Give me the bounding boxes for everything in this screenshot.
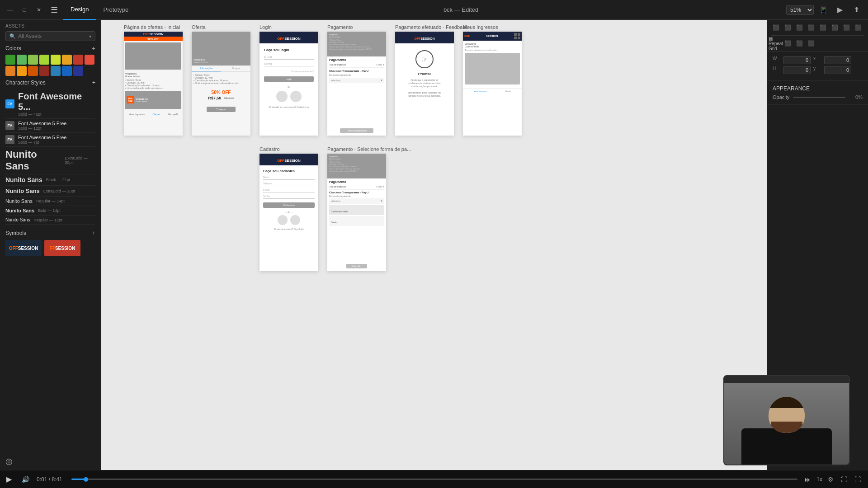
- close-button[interactable]: ✕: [33, 4, 45, 16]
- char-style-nunito-2[interactable]: Nunito Sans Black — 21pt: [5, 174, 95, 186]
- artboard-7[interactable]: OFFSESSION Faça seu cadastro Nome Telefo…: [259, 154, 318, 271]
- h-input[interactable]: [783, 66, 811, 74]
- search-icon: 🔍: [9, 33, 16, 39]
- align-middle-v-icon[interactable]: ⬛: [818, 23, 828, 33]
- add-symbol-button[interactable]: +: [92, 230, 95, 236]
- artboard-group-3: Login OFFSESSION Faça seu login E-mail S…: [259, 24, 318, 136]
- webcam-overlay: [723, 375, 850, 465]
- skip-forward-icon[interactable]: ⏭: [803, 476, 813, 483]
- symbols-header: Symbols +: [5, 230, 95, 236]
- font-awesome-name: Font Awesome 5...: [18, 91, 95, 112]
- swatch-13[interactable]: [51, 66, 61, 76]
- x-label: x: [813, 56, 821, 64]
- zoom-icon[interactable]: ⬛: [794, 38, 804, 48]
- left-sidebar: ASSETS 🔍 ▾ Colors +: [0, 20, 101, 470]
- grid-icon[interactable]: ▦ Repeat Grid: [771, 38, 781, 48]
- artboard-3[interactable]: OFFSESSION Faça seu login E-mail Senha E…: [259, 32, 318, 136]
- play-button[interactable]: ▶: [0, 470, 18, 488]
- opacity-slider[interactable]: [793, 97, 845, 98]
- swatch-12[interactable]: [39, 66, 49, 76]
- char-style-font-awesome-free-2[interactable]: FA Font Awesome 5 Free Solid — 7pt: [5, 133, 95, 147]
- swatch-6[interactable]: [62, 55, 72, 65]
- tab-prototype[interactable]: Prototype: [96, 0, 136, 20]
- artboard-2[interactable]: Vingadores Guerra Infinita Informações S…: [192, 32, 250, 136]
- align-center-h-icon[interactable]: ⬛: [783, 23, 793, 33]
- device-icon[interactable]: 📱: [817, 4, 830, 16]
- align-top-icon[interactable]: ⬛: [806, 23, 816, 33]
- x-input[interactable]: [824, 56, 851, 64]
- font-awesome-free-name-2: Font Awesome 5 Free: [18, 135, 66, 140]
- char-style-font-awesome-big[interactable]: FA Font Awesome 5... Solid — 46pt: [5, 89, 95, 119]
- artboard-1[interactable]: OFFSESSION 90% OFF Vingadores Guerra Inf…: [124, 32, 183, 136]
- char-style-nunito-5[interactable]: Nunito Sans Bold — 14pt: [5, 206, 95, 216]
- w-input[interactable]: [783, 56, 811, 64]
- progress-bar[interactable]: [71, 479, 798, 480]
- time-display: 0:01 / 8:41: [33, 476, 66, 483]
- swatch-5[interactable]: [51, 55, 61, 65]
- h-label: H: [773, 66, 781, 74]
- sidebar-bottom-icon[interactable]: ◎: [5, 456, 13, 466]
- distribute-h-icon[interactable]: ⬛: [841, 23, 851, 33]
- y-input[interactable]: [824, 66, 851, 74]
- font-awesome-free-sub-1: Solid — 12pt: [18, 126, 66, 131]
- share-icon[interactable]: ⬆: [850, 4, 863, 16]
- chevron-down-icon[interactable]: ▾: [89, 34, 91, 39]
- opacity-value: 0%: [849, 94, 863, 100]
- align-left-icon[interactable]: ⬛: [771, 23, 781, 33]
- color-swatches: [5, 55, 95, 76]
- char-style-nunito-6[interactable]: Nunito Sans Regular — 12pt: [5, 216, 95, 225]
- assets-label: ASSETS: [5, 23, 95, 28]
- search-input[interactable]: [18, 33, 89, 39]
- top-tabs: Design Prototype: [63, 0, 136, 20]
- nunito-sans-label-2: Nunito Sans: [5, 176, 42, 183]
- speed-button[interactable]: 1x: [816, 476, 822, 483]
- maximize-button[interactable]: □: [18, 4, 31, 16]
- swatch-14[interactable]: [62, 66, 72, 76]
- component-icon[interactable]: ⬛: [783, 38, 793, 48]
- settings-icon[interactable]: ⚙: [826, 476, 835, 483]
- align-right-icon[interactable]: ⬛: [794, 23, 804, 33]
- play-icon[interactable]: ▶: [834, 4, 846, 16]
- swatch-1[interactable]: [5, 55, 15, 65]
- swatch-7[interactable]: [73, 55, 83, 65]
- nunito-sans-label-1: Nunito Sans: [5, 149, 61, 172]
- swatch-10[interactable]: [17, 66, 27, 76]
- symbol-offsession-red[interactable]: FFSESSION: [44, 240, 80, 256]
- char-style-font-awesome-free-1[interactable]: FA Font Awesome 5 Free Solid — 12pt: [5, 119, 95, 133]
- menu-button[interactable]: ☰: [45, 0, 63, 20]
- volume-icon[interactable]: 🔊: [18, 476, 33, 483]
- swatch-15[interactable]: [73, 66, 83, 76]
- artboard-5[interactable]: OFFSESSION ☞ Pronto! Assim que o pagamen…: [395, 32, 454, 136]
- nunito-sans-label-4: Nunito Sans: [5, 198, 33, 204]
- fullscreen-icon[interactable]: ⛶: [853, 476, 863, 483]
- nunito-sans-label-5: Nunito Sans: [5, 208, 34, 213]
- align-bottom-icon[interactable]: ⬛: [830, 23, 840, 33]
- swatch-4[interactable]: [39, 55, 49, 65]
- swatch-3[interactable]: [28, 55, 38, 65]
- swatch-11[interactable]: [28, 66, 38, 76]
- tab-design[interactable]: Design: [63, 0, 96, 20]
- char-style-nunito-4[interactable]: Nunito Sans Regular — 14pt: [5, 197, 95, 206]
- char-style-nunito-1[interactable]: Nunito Sans ExtraBold — 30pt: [5, 147, 95, 174]
- font-awesome-sub: Solid — 46pt: [18, 112, 95, 117]
- artboard-title-2: Oferta: [192, 24, 250, 30]
- artboard-group-1: Página de ofertas - Inicial OFFSESSION 9…: [124, 24, 183, 136]
- symbol-offsession-dark[interactable]: OFFSESSION: [5, 240, 42, 256]
- minimize-button[interactable]: —: [4, 4, 16, 16]
- font-awesome-free-sub-2: Solid — 7pt: [18, 140, 66, 145]
- swatch-8[interactable]: [85, 55, 94, 65]
- theater-icon[interactable]: ⛶: [839, 476, 849, 483]
- link-icon[interactable]: ⬛: [806, 38, 816, 48]
- swatch-9[interactable]: [5, 66, 15, 76]
- swatch-2[interactable]: [17, 55, 27, 65]
- add-style-button[interactable]: +: [92, 80, 95, 86]
- artboard-4[interactable]: Vingadores Guerra Infinita •Gênero: Terr…: [327, 32, 386, 136]
- distribute-v-icon[interactable]: ⬛: [853, 23, 863, 33]
- char-styles-label: Character Styles: [5, 80, 46, 86]
- add-color-button[interactable]: +: [92, 45, 95, 52]
- artboard-6[interactable]: OFFSESSION Vingadores Guerra Infinita As…: [463, 32, 522, 136]
- zoom-select[interactable]: 51%100%50%: [786, 5, 814, 15]
- char-style-nunito-3[interactable]: Nunito Sans ExtraBold — 20pt: [5, 186, 95, 197]
- nunito-sans-sub-2: Black — 21pt: [46, 178, 71, 182]
- artboard-8[interactable]: Vingadores Guerra Infinita •Gênero: Terr…: [327, 154, 386, 271]
